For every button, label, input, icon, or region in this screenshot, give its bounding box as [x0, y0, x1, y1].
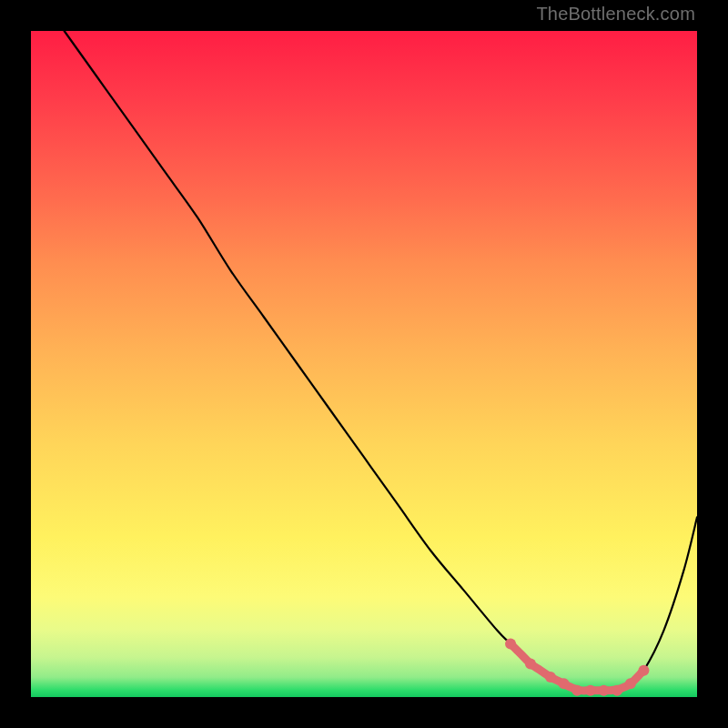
bottleneck-highlight-dots — [505, 638, 649, 695]
chart-plot-area — [31, 31, 697, 697]
highlight-dot — [571, 685, 582, 696]
highlight-dot — [525, 658, 536, 669]
chart-svg — [31, 31, 697, 697]
highlight-dot — [585, 685, 596, 696]
chart-frame: TheBottleneck.com — [0, 0, 728, 728]
highlight-dot — [505, 638, 516, 649]
highlight-dot — [638, 665, 649, 676]
highlight-dot — [599, 685, 610, 696]
highlight-dot — [625, 678, 636, 689]
highlight-dot — [545, 672, 556, 682]
highlight-dot — [559, 678, 570, 689]
watermark-text: TheBottleneck.com — [536, 4, 695, 25]
bottleneck-curve — [65, 31, 697, 691]
highlight-dot — [612, 685, 622, 696]
